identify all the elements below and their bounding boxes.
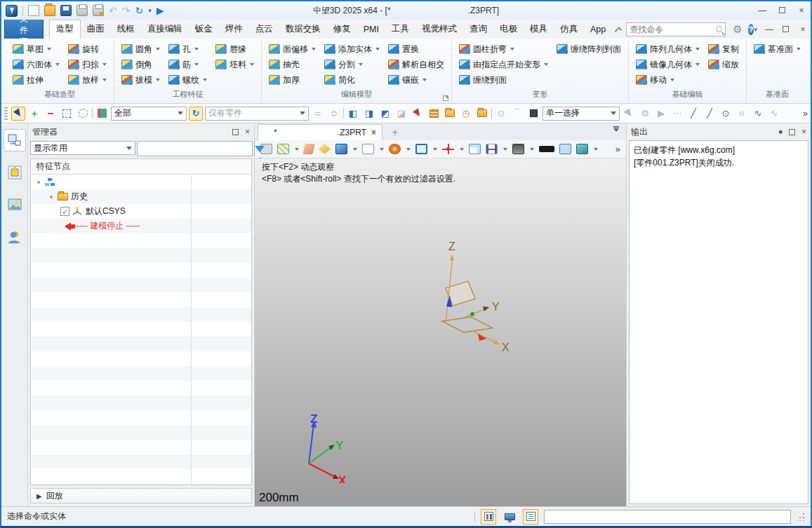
manager-dock-button[interactable] — [4, 129, 26, 151]
command-search-input[interactable] — [630, 25, 716, 34]
reuse-filter-icon[interactable]: ↻ — [189, 107, 203, 121]
display-mode-icon[interactable] — [512, 144, 524, 154]
lasso-pick-icon[interactable] — [76, 107, 90, 121]
tree-collapse-icon[interactable]: ▾ — [35, 179, 42, 186]
extrude-button[interactable]: 拉伸 — [10, 74, 62, 87]
replay-expand-icon[interactable]: ▶ — [36, 492, 42, 500]
tab-shape[interactable]: 造型 — [49, 20, 81, 39]
dropdown-caret[interactable] — [503, 148, 507, 151]
wireframe-display-icon[interactable] — [362, 144, 374, 154]
select-mode-combo[interactable]: 单一选择 — [543, 107, 620, 121]
dropdown-caret[interactable] — [102, 63, 107, 66]
new-file-icon[interactable] — [28, 5, 39, 16]
dropdown-caret[interactable] — [380, 148, 384, 151]
tree-collapse-icon[interactable]: ▾ — [48, 194, 55, 201]
stock-button[interactable]: 坯料 — [213, 58, 257, 72]
dropdown-caret[interactable] — [102, 79, 107, 81]
lip-button[interactable]: 唇缘 — [213, 43, 257, 56]
center-snap-icon[interactable]: ⊙ — [719, 107, 733, 121]
tab-app[interactable]: App — [584, 22, 612, 37]
move-button[interactable]: 移动 — [633, 74, 703, 87]
resolve-self-intersection-button[interactable]: 解析自相交 — [385, 58, 447, 72]
box-button[interactable]: 六面体 — [10, 58, 62, 72]
rib-button[interactable]: 筋 — [166, 58, 210, 72]
line-width-icon[interactable] — [539, 146, 554, 152]
dropdown-caret[interactable] — [194, 63, 199, 66]
dropdown-caret[interactable] — [375, 48, 380, 50]
show-panel-button[interactable] — [481, 509, 496, 524]
tree-column-header[interactable]: 特征节点 — [31, 159, 251, 175]
shaded-display-icon[interactable] — [335, 144, 347, 154]
pattern-icon[interactable] — [277, 144, 289, 154]
command-search[interactable] — [626, 22, 726, 36]
dropdown-caret[interactable] — [312, 48, 316, 50]
tab-point-cloud[interactable]: 点云 — [249, 20, 279, 38]
history-folder-icon[interactable] — [443, 107, 457, 121]
dropdown-caret[interactable] — [433, 148, 437, 151]
dropdown-caret[interactable] — [156, 48, 160, 50]
remove-pick-icon[interactable]: − — [44, 107, 58, 121]
output-restore-icon[interactable] — [789, 129, 795, 135]
cylindrical-bend-button[interactable]: 圆柱折弯 — [456, 43, 551, 56]
new-tab-icon[interactable]: ＋ — [390, 126, 400, 139]
dropdown-caret[interactable] — [353, 148, 357, 151]
dropdown-caret[interactable] — [359, 63, 363, 66]
doc-close-button[interactable]: × — [798, 25, 808, 34]
pick-all-icon[interactable]: ◪ — [394, 107, 408, 121]
render-manager-dock-button[interactable] — [4, 194, 26, 216]
revolve-button[interactable]: 旋转 — [65, 43, 109, 56]
zoom-window-icon[interactable] — [415, 144, 427, 154]
tab-visualize[interactable]: 视觉样式 — [415, 20, 463, 38]
rotate-view-icon[interactable] — [442, 144, 454, 154]
resize-grip[interactable] — [797, 513, 805, 521]
tree-history-row[interactable]: ▾ 历史 — [31, 189, 251, 204]
emboss-button[interactable]: 镶嵌 — [385, 74, 447, 87]
dropdown-caret[interactable] — [544, 63, 548, 66]
datum-plane-view-icon[interactable] — [319, 144, 331, 154]
collapse-ribbon-icon[interactable] — [615, 27, 623, 34]
more-dots-icon[interactable]: ⋯ — [670, 107, 684, 121]
color-swatch-icon[interactable] — [559, 144, 571, 154]
snap-icon[interactable]: ⊙ — [494, 107, 508, 121]
chamfer-button[interactable]: 倒角 — [119, 58, 163, 72]
eraser-icon[interactable] — [302, 144, 314, 154]
dropdown-caret[interactable] — [47, 48, 51, 50]
help-caret-icon[interactable]: ▾ — [754, 26, 757, 33]
pick-tolerance-icon[interactable]: ≍ — [311, 107, 325, 121]
wrap-to-face-button[interactable]: 缠绕到面 — [456, 74, 551, 87]
recent-clock-icon[interactable]: ◷ — [459, 107, 473, 121]
tab-weldment[interactable]: 焊件 — [219, 20, 249, 38]
tab-surface[interactable]: 曲面 — [81, 20, 111, 38]
dropdown-caret[interactable] — [156, 79, 160, 81]
sweep-button[interactable]: 扫掠 — [65, 58, 109, 72]
draft-button[interactable]: 拔模 — [119, 74, 163, 87]
show-prompt-button[interactable] — [523, 509, 538, 524]
tab-electrode[interactable]: 电极 — [493, 20, 524, 38]
close-button[interactable]: × — [797, 6, 806, 15]
sketch-button[interactable]: 草图 — [10, 43, 62, 56]
tab-inquire[interactable]: 查询 — [463, 20, 493, 38]
pick-cursor-button[interactable] — [11, 107, 25, 121]
dropdown-caret[interactable] — [422, 79, 427, 81]
viewport[interactable]: 按下<F2> 动态观察 <F8> 或者<Shift-roll> 查找下一个有效的… — [255, 158, 626, 506]
pick-next-icon[interactable]: ◨ — [362, 107, 376, 121]
replay-bar[interactable]: ▶ 回放 — [30, 488, 252, 503]
face-offset-button[interactable]: 面偏移 — [266, 43, 319, 56]
point-on-line-snap-icon[interactable]: ╱ — [703, 107, 717, 121]
tab-wireframe[interactable]: 线框 — [111, 20, 141, 38]
tree-stop-row[interactable]: ----- 建模停止 ----- — [31, 219, 251, 233]
fillet-button[interactable]: 圆角 — [119, 43, 163, 56]
tab-close-icon[interactable]: × — [371, 128, 376, 137]
dropdown-caret[interactable] — [295, 148, 299, 151]
quick-access-caret-icon[interactable]: ▾ — [148, 5, 152, 16]
datum-plane-button[interactable]: 基准面 — [751, 43, 804, 56]
display-mode-combo[interactable]: 显示常用 — [30, 141, 135, 155]
add-pick-icon[interactable]: ＋ — [27, 107, 41, 121]
pick-chain-icon[interactable]: ◩ — [378, 107, 392, 121]
dimension-icon[interactable] — [486, 144, 498, 154]
dropdown-caret[interactable] — [55, 63, 60, 66]
curve-snap-icon[interactable]: ∿ — [751, 107, 765, 121]
hook-icon[interactable]: ⌒ — [510, 107, 524, 121]
visual-manager-dock-button[interactable] — [4, 161, 26, 184]
spline-snap-icon[interactable]: ∿ — [767, 107, 781, 121]
